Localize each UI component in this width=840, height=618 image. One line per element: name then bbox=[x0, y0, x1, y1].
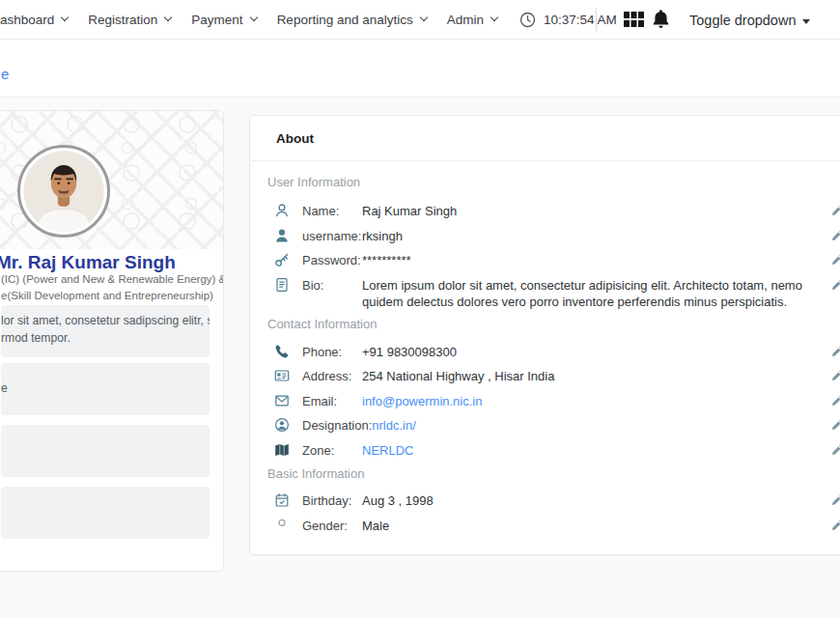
nav-menu-item[interactable]: ashboard bbox=[0, 13, 68, 27]
edit-icon[interactable] bbox=[831, 520, 840, 531]
breadcrumb-bar: e bbox=[0, 40, 840, 98]
field-label: Address: bbox=[302, 368, 362, 384]
field-label: Birthday: bbox=[302, 492, 362, 509]
field-value: Aug 3 , 1998 bbox=[362, 492, 434, 510]
info-row: Address: 254 National Highway , Hisar In… bbox=[267, 364, 840, 389]
nav-menu-item[interactable]: Registration bbox=[88, 13, 171, 27]
edit-icon[interactable] bbox=[831, 230, 840, 241]
top-navbar: ashboard Registration Payment Reporting … bbox=[0, 0, 840, 40]
calendar-check-icon bbox=[274, 492, 290, 508]
info-row: Birthday: Aug 3 , 1998 bbox=[267, 489, 840, 514]
section-heading: User Information bbox=[267, 175, 840, 189]
profile-detail-box: lor sit amet, consetetur sadipscing elit… bbox=[1, 305, 210, 357]
chevron-down-icon bbox=[249, 14, 257, 21]
edit-icon[interactable] bbox=[831, 370, 840, 381]
chevron-down-icon bbox=[164, 14, 172, 21]
current-time: 10:37:54 AM bbox=[544, 13, 617, 27]
field-label: Bio: bbox=[302, 277, 362, 294]
field-value[interactable]: NERLDC bbox=[362, 442, 413, 460]
envelope-icon bbox=[274, 393, 290, 408]
profile-detail-text: e bbox=[1, 380, 200, 398]
clock-widget: 10:37:54 AM bbox=[519, 12, 617, 28]
about-body: User Information Name: Raj Kumar Singh u… bbox=[250, 161, 840, 538]
chevron-down-icon bbox=[490, 14, 498, 21]
field-value: Lorem ipsum dolor sit amet, consectetur … bbox=[362, 277, 837, 311]
apps-grid-icon[interactable] bbox=[624, 12, 644, 28]
chevron-down-icon bbox=[419, 14, 427, 21]
edit-icon[interactable] bbox=[831, 494, 840, 506]
nav-menu-item[interactable]: Reporting and analytics bbox=[277, 13, 427, 27]
profile-photo bbox=[23, 151, 104, 232]
info-row: username: rksingh bbox=[267, 224, 840, 249]
breadcrumb-link[interactable]: e bbox=[1, 66, 9, 82]
profile-detail-box bbox=[1, 425, 210, 477]
profile-detail-box bbox=[1, 487, 210, 539]
field-value: 254 National Highway , Hisar India bbox=[362, 368, 554, 385]
edit-icon[interactable] bbox=[831, 279, 840, 291]
field-value: Raj Kumar Singh bbox=[362, 203, 457, 220]
edit-icon[interactable] bbox=[831, 346, 840, 357]
info-section: User Information Name: Raj Kumar Singh u… bbox=[267, 175, 840, 315]
section-heading: Contact Information bbox=[267, 317, 840, 331]
info-row: Bio: Lorem ipsum dolor sit amet, consect… bbox=[267, 273, 840, 315]
field-label: Password: bbox=[302, 252, 362, 268]
toggle-dropdown-button[interactable]: Toggle dropdown bbox=[689, 13, 810, 28]
profile-designation-line: (IC) (Power and New & Renewable Energy) … bbox=[1, 271, 224, 288]
info-row: Name: Raj Kumar Singh bbox=[267, 199, 840, 224]
clock-icon bbox=[519, 12, 536, 28]
info-row: Designation: nrldc.in/ bbox=[267, 413, 840, 438]
profile-card: Mr. Raj Kumar Singh (IC) (Power and New … bbox=[0, 110, 224, 572]
field-label: Designation: bbox=[302, 417, 372, 434]
user-solid-icon bbox=[274, 228, 290, 243]
field-label: Zone: bbox=[302, 442, 362, 459]
chevron-down-icon bbox=[61, 14, 69, 21]
field-label: username: bbox=[302, 228, 362, 244]
profile-designation: (IC) (Power and New & Renewable Energy) … bbox=[1, 271, 224, 303]
edit-icon[interactable] bbox=[831, 395, 840, 407]
field-value: Male bbox=[362, 518, 389, 535]
info-row: Gender: Male bbox=[267, 514, 840, 539]
section-heading: Basic Information bbox=[267, 466, 840, 481]
edit-icon[interactable] bbox=[831, 205, 840, 216]
nav-menu-item-label: Registration bbox=[88, 13, 157, 27]
about-title: About bbox=[250, 116, 840, 161]
map-icon bbox=[274, 442, 290, 458]
section-rows: Name: Raj Kumar Singh username: rksingh bbox=[267, 199, 840, 315]
profile-designation-line: e(Skill Development and Entrepreneurship… bbox=[1, 288, 224, 304]
section-rows: Birthday: Aug 3 , 1998 Gender: Male bbox=[267, 489, 840, 538]
field-value: rksingh bbox=[362, 228, 403, 245]
info-section: Contact Information Phone: +91 983009830… bbox=[267, 317, 840, 464]
nav-menu-item[interactable]: Admin bbox=[447, 13, 497, 27]
field-value[interactable]: nrldc.in/ bbox=[372, 417, 416, 435]
nav-menu: ashboard Registration Payment Reporting … bbox=[0, 13, 518, 27]
notifications-bell-icon[interactable] bbox=[652, 9, 670, 30]
navbar-divider bbox=[596, 8, 597, 32]
avatar bbox=[17, 145, 110, 238]
field-value[interactable]: info@powermin.nic.in bbox=[362, 393, 482, 410]
nav-menu-item-label: Admin bbox=[447, 13, 484, 27]
edit-icon[interactable] bbox=[831, 444, 840, 456]
content-area: Mr. Raj Kumar Singh (IC) (Power and New … bbox=[0, 98, 840, 618]
info-row: Password: ********** bbox=[267, 248, 840, 273]
info-row: Zone: NERLDC bbox=[267, 438, 840, 464]
profile-name[interactable]: Mr. Raj Kumar Singh bbox=[0, 252, 176, 273]
address-card-icon bbox=[274, 368, 290, 383]
user-circle-icon bbox=[274, 417, 290, 433]
nav-menu-item-label: Payment bbox=[191, 13, 242, 27]
edit-icon[interactable] bbox=[831, 254, 840, 266]
edit-icon[interactable] bbox=[831, 419, 840, 431]
key-icon bbox=[274, 252, 290, 267]
nav-menu-item[interactable]: Payment bbox=[191, 13, 256, 27]
nav-menu-item-label: Reporting and analytics bbox=[277, 13, 413, 27]
gender-circle-icon bbox=[274, 518, 290, 533]
section-rows: Phone: +91 9830098300 Address: 254 Natio… bbox=[267, 340, 840, 464]
user-outline-icon bbox=[274, 203, 290, 218]
field-label: Phone: bbox=[302, 344, 362, 360]
field-label: Email: bbox=[302, 393, 362, 409]
phone-icon bbox=[274, 344, 290, 359]
profile-detail-box: e bbox=[1, 363, 210, 415]
field-value: ********** bbox=[362, 252, 411, 269]
info-row: Phone: +91 9830098300 bbox=[267, 340, 840, 365]
field-label: Gender: bbox=[302, 518, 362, 534]
profile-detail-text: lor sit amet, consetetur sadipscing elit… bbox=[1, 313, 200, 330]
